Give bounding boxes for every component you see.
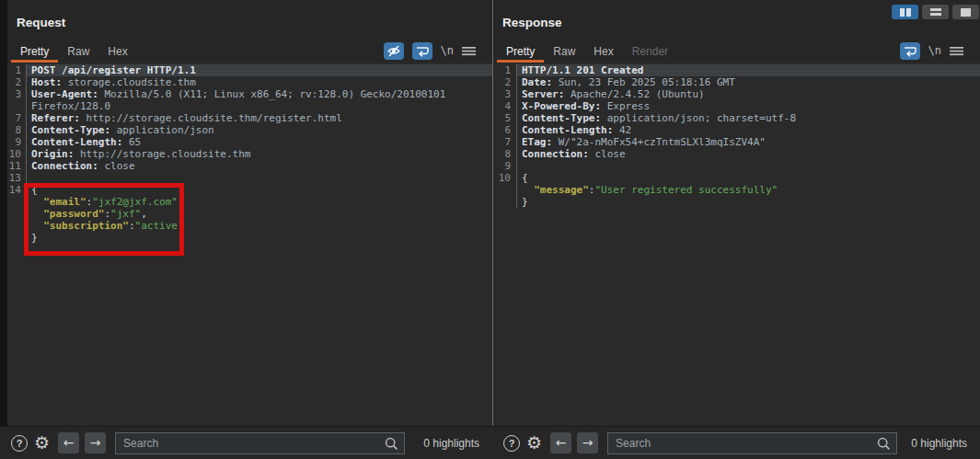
newline-toggle[interactable]: \n [441, 44, 454, 57]
next-match-button[interactable]: → [577, 432, 598, 453]
editor-line: 3Server: Apache/2.4.52 (Ubuntu) [493, 88, 980, 100]
window-left-edge [0, 0, 7, 426]
editor-line: 11Connection: close [7, 160, 492, 172]
editor-line: } [493, 196, 980, 208]
tab-pretty[interactable]: Pretty [11, 40, 58, 63]
editor-line: 2Host: storage.cloudsite.thm [7, 76, 492, 88]
response-panel: Response Pretty Raw Hex Render \n 1HTTP/… [493, 0, 980, 426]
search-icon [385, 437, 398, 451]
tab-raw[interactable]: Raw [58, 40, 98, 63]
editor-line: Firefox/128.0 [7, 100, 492, 112]
editor-line: 14{ [7, 184, 492, 196]
highlights-count: 0 highlights [911, 437, 967, 450]
request-panel-title: Request [17, 16, 65, 29]
editor-line: "password":"jxf", [7, 208, 492, 220]
request-search-wrap [115, 432, 405, 454]
tab-hex[interactable]: Hex [584, 40, 622, 63]
search-input[interactable] [607, 432, 897, 454]
editor-line: "email":"jxf2@jxf.com", [7, 196, 492, 208]
editor-line: 7ETag: W/"2a-nMoFx54+czTntmSLXl3mqIsZV4A… [493, 136, 980, 148]
tab-raw[interactable]: Raw [544, 40, 584, 63]
response-panel-title: Response [502, 16, 562, 29]
response-editor-toolbar: \n [900, 41, 963, 60]
editor-line: 2Date: Sun, 23 Feb 2025 05:18:16 GMT [493, 76, 980, 88]
prev-match-button[interactable]: ← [58, 432, 79, 453]
word-wrap-button[interactable] [412, 42, 432, 60]
settings-icon[interactable]: ⚙ [34, 434, 50, 452]
request-editor[interactable]: 1POST /api/register HTTP/1.12Host: stora… [7, 63, 492, 426]
highlights-count: 0 highlights [423, 437, 479, 450]
editor-line: "message":"User registered successfully" [493, 184, 980, 196]
eye-slash-icon [387, 45, 400, 57]
request-editor-lines: 1POST /api/register HTTP/1.12Host: stora… [7, 64, 492, 244]
editor-line: 5Content-Type: application/json; charset… [493, 112, 980, 124]
word-wrap-icon [416, 45, 429, 57]
editor-line: "subscription":"active" [7, 220, 492, 232]
editor-line: 13 [7, 172, 492, 184]
editor-line: 1POST /api/register HTTP/1.1 [7, 64, 492, 76]
response-editor-lines: 1HTTP/1.1 201 Created2Date: Sun, 23 Feb … [493, 64, 980, 208]
editor-line: } [7, 232, 492, 244]
response-editor[interactable]: 1HTTP/1.1 201 Created2Date: Sun, 23 Feb … [493, 63, 980, 426]
request-editor-toolbar: \n [384, 41, 476, 60]
response-tabs: Pretty Raw Hex Render [497, 40, 677, 63]
newline-toggle[interactable]: \n [928, 44, 941, 57]
editor-line: 1HTTP/1.1 201 Created [493, 64, 980, 76]
menu-icon[interactable] [462, 45, 476, 57]
next-match-button[interactable]: → [85, 432, 106, 453]
hide-headers-button[interactable] [384, 42, 404, 60]
menu-icon[interactable] [950, 45, 963, 57]
word-wrap-button[interactable] [900, 42, 920, 60]
editor-line: 3User-Agent: Mozilla/5.0 (X11; Linux x86… [7, 88, 492, 100]
request-tabs: Pretty Raw Hex [11, 40, 137, 63]
editor-line: 10{ [493, 172, 980, 184]
editor-line: 6Content-Length: 42 [493, 124, 980, 136]
editor-line: 7Referer: http://storage.cloudsite.thm/r… [7, 112, 492, 124]
request-search-bar: ? ⚙ ← → 0 highlights [0, 426, 492, 459]
settings-icon[interactable]: ⚙ [526, 434, 542, 452]
editor-line: 9 [493, 160, 980, 172]
tab-hex[interactable]: Hex [98, 40, 136, 63]
request-panel: Request Pretty Raw Hex \n 1PO [7, 0, 492, 426]
editor-line: 8Connection: close [493, 148, 980, 160]
editor-line: 4X-Powered-By: Express [493, 100, 980, 112]
word-wrap-icon [904, 45, 917, 57]
editor-line: 10Origin: http://storage.cloudsite.thm [7, 148, 492, 160]
editor-line: 8Content-Type: application/json [7, 124, 492, 136]
help-icon[interactable]: ? [503, 435, 520, 452]
response-search-bar: ? ⚙ ← → 0 highlights [492, 426, 980, 459]
search-icon [877, 437, 891, 451]
prev-match-button[interactable]: ← [550, 432, 571, 453]
help-icon[interactable]: ? [11, 435, 28, 452]
tab-render: Render [623, 40, 677, 63]
search-input[interactable] [115, 432, 405, 454]
editor-line: 9Content-Length: 65 [7, 136, 492, 148]
response-search-wrap [607, 432, 897, 454]
tab-pretty[interactable]: Pretty [497, 40, 544, 63]
